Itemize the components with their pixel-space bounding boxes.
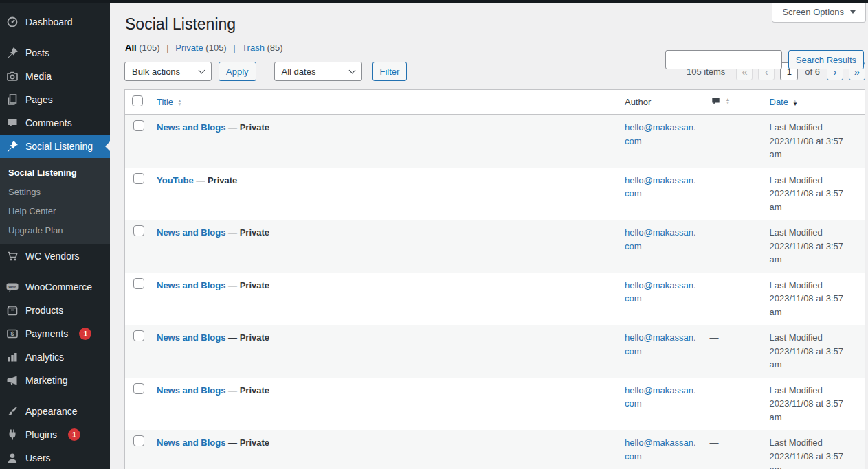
sidebar-item-posts[interactable]: Posts [0,41,110,65]
sort-arrows-icon: ▲▼ [177,99,182,106]
sidebar-item-woocommerce[interactable]: Woo WooCommerce [0,275,110,299]
sidebar-item-media[interactable]: Media [0,65,110,88]
sidebar-item-analytics[interactable]: Analytics [0,345,110,369]
posts-table: Title ▲▼ Author ▲▼ Date [124,89,865,469]
separator: | [233,43,235,53]
sidebar-item-label: Comments [25,117,72,128]
sidebar-item-marketing[interactable]: Marketing [0,369,110,392]
comments-count: — [710,280,719,290]
submenu-item-upgrade-plan[interactable]: Upgrade Plan [0,221,110,240]
sidebar-item-label: WooCommerce [25,282,92,293]
table-row: News and Blogs — Private hello@makassan.… [125,273,865,325]
author-link[interactable]: hello@makassan.com [625,121,696,148]
sidebar-item-plugins[interactable]: Plugins 1 [0,423,110,446]
post-state: — Private [196,175,237,185]
comments-count: — [710,437,719,448]
trash-count: (85) [267,43,282,53]
dates-filter-value: All dates [282,67,316,77]
comments-count: — [710,332,719,343]
select-row-checkbox[interactable] [133,383,144,394]
submenu-item-settings[interactable]: Settings [0,183,110,202]
author-link[interactable]: hello@makassan.com [625,174,696,201]
bulk-actions-value: Bulk actions [132,67,180,77]
sidebar-item-comments[interactable]: Comments [0,111,110,135]
search-box: Search Results [665,50,864,69]
author-link[interactable]: hello@makassan.com [625,436,696,463]
filter-button[interactable]: Filter [372,62,408,81]
author-link[interactable]: hello@makassan.com [625,226,696,253]
bulk-actions-select[interactable]: Bulk actions [124,62,212,81]
comments-count: — [710,385,719,396]
apply-button[interactable]: Apply [219,62,256,81]
date-column-header: Date [770,97,788,107]
sidebar-item-products[interactable]: Products [0,299,110,322]
menu-separator [0,34,110,41]
sort-by-date[interactable]: Date ▲▼ [770,97,798,107]
view-all-link[interactable]: All [125,43,137,53]
sidebar-item-users[interactable]: Users [0,446,110,469]
chevron-down-icon [850,10,856,16]
chevron-down-icon [199,67,205,73]
bar-chart-icon [5,350,19,364]
select-row-checkbox[interactable] [133,120,144,131]
post-title-link[interactable]: YouTube [157,175,194,185]
pushpin-icon [5,46,19,60]
select-row-checkbox[interactable] [133,173,144,184]
sort-by-title[interactable]: Title ▲▼ [157,97,182,107]
screen-options-label: Screen Options [782,7,844,17]
date-cell: Last Modified2023/11/08 at 3:57am [763,378,865,431]
author-link[interactable]: hello@makassan.com [625,279,696,306]
sidebar-item-label: Products [25,305,63,316]
search-results-button[interactable]: Search Results [788,50,864,69]
page-title: Social Listening [125,14,865,34]
date-cell: Last Modified2023/11/08 at 3:57am [763,430,865,469]
author-column-header: Author [625,97,651,107]
post-title-link[interactable]: News and Blogs [157,280,225,290]
sidebar-item-pages[interactable]: Pages [0,88,110,111]
author-link[interactable]: hello@makassan.com [625,384,696,411]
sidebar-item-payments[interactable]: $ Payments 1 [0,322,110,345]
sidebar-item-label: Social Listening [25,141,93,152]
sort-by-comments[interactable]: ▲▼ [710,95,731,106]
view-trash-link[interactable]: Trash [242,43,265,53]
sidebar-item-label: Users [25,453,51,464]
sidebar-item-wc-vendors[interactable]: WC Vendors [0,244,110,268]
submenu-item-help-center[interactable]: Help Center [0,202,110,221]
author-link[interactable]: hello@makassan.com [625,331,696,358]
select-row-checkbox[interactable] [133,278,144,289]
chevron-down-icon [348,67,355,73]
sidebar-item-appearance[interactable]: Appearance [0,400,110,423]
screen-options-button[interactable]: Screen Options [772,3,866,23]
date-cell: Last Modified2023/11/08 at 3:57am [763,168,865,220]
post-title-link[interactable]: News and Blogs [157,385,225,396]
sidebar-item-label: Media [25,71,52,82]
post-state: — Private [228,385,269,396]
brush-icon [5,404,19,418]
dates-filter-select[interactable]: All dates [274,62,362,81]
select-row-checkbox[interactable] [133,330,144,341]
post-state: — Private [228,332,269,343]
post-title-link[interactable]: News and Blogs [157,437,225,448]
sidebar-item-social-listening[interactable]: Social Listening [0,135,110,158]
select-all-checkbox[interactable] [132,95,143,106]
table-row: News and Blogs — Private hello@makassan.… [125,220,865,273]
table-row: News and Blogs — Private hello@makassan.… [125,430,865,469]
dollar-icon: $ [5,327,19,341]
submenu-item-social-listening[interactable]: Social Listening [0,163,110,183]
plug-icon [5,428,19,442]
date-cell: Last Modified2023/11/08 at 3:57am [763,325,865,378]
post-title-link[interactable]: News and Blogs [157,227,225,238]
post-title-link[interactable]: News and Blogs [157,332,225,343]
sidebar-item-label: WC Vendors [25,251,80,262]
post-title-link[interactable]: News and Blogs [157,122,225,133]
sidebar-item-dashboard[interactable]: Dashboard [0,10,110,34]
sort-arrows-icon: ▲▼ [792,99,798,106]
search-input[interactable] [665,50,782,69]
select-row-checkbox[interactable] [133,225,144,236]
view-private-link[interactable]: Private [175,43,203,53]
sidebar-item-label: Pages [25,94,53,105]
cart-icon [5,249,19,263]
table-header-row: Title ▲▼ Author ▲▼ Date [125,90,865,115]
select-row-checkbox[interactable] [133,435,144,446]
box-icon [5,304,19,317]
